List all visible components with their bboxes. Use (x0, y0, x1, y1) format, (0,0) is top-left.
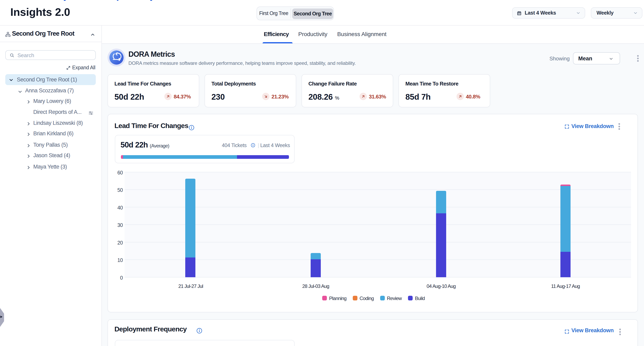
svg-text:11 Aug-17 Aug: 11 Aug-17 Aug (551, 283, 580, 289)
svg-text:0: 0 (120, 275, 123, 280)
svg-text:Planning: Planning (329, 295, 346, 301)
svg-text:50: 50 (117, 187, 123, 193)
svg-text:20: 20 (117, 240, 123, 245)
svg-text:Review: Review (387, 295, 402, 301)
svg-text:30: 30 (117, 222, 123, 228)
svg-text:Build: Build (415, 295, 425, 301)
svg-text:04 Aug-10 Aug: 04 Aug-10 Aug (426, 283, 456, 289)
svg-text:10: 10 (117, 257, 123, 263)
svg-text:28 Jul-03 Aug: 28 Jul-03 Aug (302, 283, 329, 289)
svg-text:40: 40 (117, 205, 123, 210)
svg-text:60: 60 (117, 170, 123, 175)
svg-text:21 Jul-27 Jul: 21 Jul-27 Jul (178, 283, 203, 289)
svg-text:Coding: Coding (360, 295, 374, 301)
